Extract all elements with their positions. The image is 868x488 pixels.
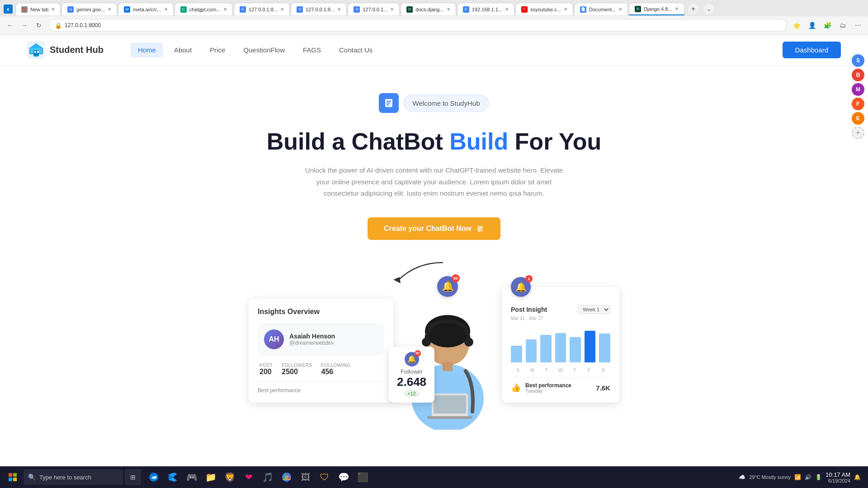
- nav-about[interactable]: About: [167, 42, 199, 57]
- notification-bell-wrapper: 🔔 50: [437, 276, 458, 297]
- tab-document[interactable]: 📄 Document... ✕: [574, 3, 628, 15]
- tab-gemini[interactable]: G gemini.goo... ✕: [61, 3, 117, 15]
- forward-button[interactable]: →: [18, 19, 31, 32]
- taskbar-photo[interactable]: 🖼: [297, 468, 315, 486]
- taskbar-terminal[interactable]: ⬛: [354, 468, 372, 486]
- chart-bar-3[interactable]: [555, 333, 566, 362]
- logo[interactable]: Student Hub: [27, 41, 104, 59]
- notification-bell[interactable]: 🔔 50: [437, 276, 458, 297]
- tray-sound[interactable]: 🔊: [805, 474, 811, 480]
- tab-meta[interactable]: M meta.ai/c/c... ✕: [118, 3, 173, 15]
- post-bell-wrapper: 🔔 1: [511, 277, 531, 297]
- address-bar[interactable]: 🔒 127.0.0.1:8000: [49, 19, 787, 32]
- nav-fags[interactable]: FAGS: [296, 42, 328, 57]
- week-select[interactable]: Week 1: [578, 305, 610, 314]
- chart-bar-2[interactable]: [540, 335, 552, 362]
- taskbar-brave[interactable]: 🦁: [221, 468, 239, 486]
- tab-local1[interactable]: ① 127.0.0.1:8... ✕: [234, 3, 290, 15]
- tab-close-icon[interactable]: ✕: [505, 7, 509, 12]
- extensions-icon[interactable]: 🧩: [821, 19, 834, 32]
- start-button[interactable]: [4, 468, 22, 486]
- profile-icon[interactable]: 👤: [806, 19, 818, 32]
- tab-close-icon[interactable]: ✕: [675, 6, 679, 11]
- tab-chatgpt[interactable]: C chatgpt.com... ✕: [175, 3, 233, 15]
- profile-dot-m[interactable]: M: [852, 83, 864, 96]
- svg-point-16: [422, 338, 431, 347]
- navbar: Student Hub Home About Price QuestionFlo…: [0, 34, 868, 66]
- taskbar-vpn[interactable]: 🛡: [316, 468, 334, 486]
- taskbar-files[interactable]: 📁: [202, 468, 220, 486]
- chart-day-label-3: W: [553, 368, 567, 373]
- tray-network[interactable]: 📶: [794, 474, 801, 480]
- dashboard-button[interactable]: Dashboard: [783, 42, 841, 58]
- taskbar-spotify[interactable]: 🎵: [259, 468, 277, 486]
- taskbar-vscode[interactable]: [164, 468, 182, 486]
- taskbar-chrome[interactable]: [278, 468, 296, 486]
- tab-new[interactable]: 🔖 New tab ✕: [15, 3, 61, 15]
- add-profile-button[interactable]: +: [852, 127, 864, 139]
- tray-weather[interactable]: ☁️: [739, 474, 745, 480]
- chart-day-label-1: M: [525, 368, 539, 373]
- tray-notifications[interactable]: 🔔: [854, 474, 861, 480]
- task-view-button[interactable]: ⊞: [125, 469, 141, 485]
- tab-django-docs[interactable]: D docs.djang... ✕: [401, 3, 456, 15]
- tab-close-icon[interactable]: ✕: [390, 7, 394, 12]
- tray-time[interactable]: 10:17 AM 6/19/2024: [826, 471, 850, 483]
- tray-battery[interactable]: 🔋: [815, 474, 822, 480]
- taskbar-discord[interactable]: 🎮: [183, 468, 201, 486]
- post-bell-icon[interactable]: 🔔 1: [511, 277, 531, 297]
- tab-youtube[interactable]: Y ssyoutube.c... ✕: [515, 3, 573, 15]
- profile-card: AH Asaiah Henson @dreamerwebdev: [258, 323, 384, 356]
- chart-bar-1[interactable]: [526, 339, 537, 362]
- chart-bar-6[interactable]: [599, 333, 610, 362]
- chart-day-label-2: T: [539, 368, 553, 373]
- tab-close-icon[interactable]: ✕: [618, 7, 622, 12]
- profile-dot-s[interactable]: S: [852, 54, 864, 67]
- bp-day: Tuesday: [525, 389, 571, 394]
- tab-close-icon[interactable]: ✕: [108, 7, 111, 12]
- new-tab-button[interactable]: +: [687, 3, 700, 15]
- chart-bar-0[interactable]: [511, 346, 522, 362]
- collections-icon[interactable]: 🗂: [836, 19, 849, 32]
- taskbar-app5[interactable]: ❤: [240, 468, 258, 486]
- follower-card: 🔔 50 Follower 2.648 +12: [389, 347, 434, 403]
- profile-dot-e[interactable]: E: [852, 112, 864, 125]
- tab-local2[interactable]: ① 127.0.0.1:8... ✕: [291, 3, 347, 15]
- tab-router[interactable]: ① 192.168.1.1... ✕: [457, 3, 514, 15]
- nav-price[interactable]: Price: [203, 42, 232, 57]
- cta-button[interactable]: Create your ChatBot Now: [368, 217, 500, 240]
- tab-django-active[interactable]: D Django.4.8... ✕: [629, 3, 684, 15]
- chart-col-T-4: [570, 337, 581, 362]
- tab-label: 127.0.0.1:8...: [249, 7, 278, 12]
- profile-dot-b[interactable]: B: [852, 69, 864, 81]
- nav-home[interactable]: Home: [131, 42, 163, 57]
- tab-bar: e 🔖 New tab ✕ G gemini.goo... ✕ M meta.a…: [0, 0, 868, 16]
- lock-icon: 🔒: [55, 22, 62, 29]
- profile-dot-f[interactable]: F: [852, 98, 864, 110]
- nav-contact[interactable]: Contact Us: [332, 42, 380, 57]
- taskbar-search[interactable]: 🔍 Type here to search: [24, 469, 123, 485]
- tab-close-icon[interactable]: ✕: [337, 7, 341, 12]
- browser-chrome: e 🔖 New tab ✕ G gemini.goo... ✕ M meta.a…: [0, 0, 868, 35]
- settings-icon[interactable]: ⋯: [852, 19, 864, 32]
- reload-button[interactable]: ↻: [33, 19, 45, 32]
- favorites-icon[interactable]: ⭐: [790, 19, 803, 32]
- tab-overflow-button[interactable]: ⌄: [703, 3, 715, 15]
- tab-close-icon[interactable]: ✕: [51, 7, 55, 12]
- chart-day-label-4: T: [568, 368, 582, 373]
- tab-close-icon[interactable]: ✕: [564, 7, 567, 12]
- tab-close-icon[interactable]: ✕: [164, 7, 168, 12]
- tab-close-icon[interactable]: ✕: [223, 7, 227, 12]
- taskbar-edge[interactable]: [145, 468, 163, 486]
- taskbar-whatsapp[interactable]: 💬: [335, 468, 353, 486]
- taskbar: 🔍 Type here to search ⊞ 🎮 📁 🦁 ❤ 🎵: [0, 466, 868, 488]
- tab-close-icon[interactable]: ✕: [447, 7, 450, 12]
- tab-local3[interactable]: ① 127.0.0.1... ✕: [348, 3, 400, 15]
- nav-questionflow[interactable]: QuestionFlow: [236, 42, 292, 57]
- back-button[interactable]: ←: [4, 19, 16, 32]
- chart-bar-5[interactable]: [585, 331, 596, 362]
- tab-close-icon[interactable]: ✕: [280, 7, 284, 12]
- chart-bar-4[interactable]: [570, 337, 581, 362]
- tab-icon: D: [635, 6, 641, 12]
- logo-icon: [27, 41, 45, 59]
